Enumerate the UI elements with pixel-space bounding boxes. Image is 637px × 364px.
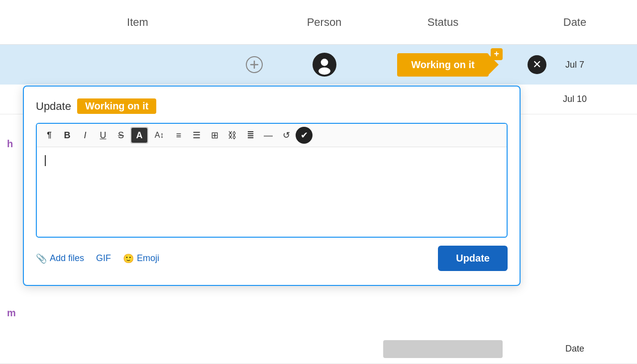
toolbar-underline[interactable]: U — [95, 127, 111, 144]
svg-point-5 — [318, 68, 330, 75]
emoji-button[interactable]: 🙂 Emoji — [123, 253, 159, 264]
toolbar-align[interactable]: ≣ — [242, 127, 259, 144]
active-row-item — [0, 54, 275, 76]
status-badge[interactable]: Working on it + — [397, 53, 488, 77]
header-person: Person — [275, 16, 373, 29]
close-button[interactable]: ✕ — [528, 55, 546, 74]
popup-status-tag: Working on it — [77, 98, 156, 114]
update-button[interactable]: Update — [438, 246, 508, 271]
toolbar-ordered-list[interactable]: ≡ — [170, 127, 187, 144]
editor-toolbar: ¶ B I U S A A↕ ≡ ☰ ⊞ ⛓ ≣ — ↺ ✔ — [37, 124, 507, 147]
update-label: Update — [36, 100, 71, 113]
toolbar-horizontal-rule[interactable]: — — [260, 127, 277, 144]
row2-date: Jul 10 — [513, 94, 637, 104]
toolbar-text-size[interactable]: A↕ — [149, 127, 169, 144]
toolbar-undo[interactable]: ↺ — [278, 127, 295, 144]
popup-header: Update Working on it — [36, 98, 508, 114]
table-row-bottom: Date — [0, 334, 637, 364]
bottom-status-placeholder — [383, 340, 503, 358]
header-status: Status — [373, 16, 513, 29]
left-label-m: m — [7, 307, 16, 319]
table-header: Item Person Status Date — [0, 0, 637, 45]
editor-container: ¶ B I U S A A↕ ≡ ☰ ⊞ ⛓ ≣ — ↺ ✔ — [36, 123, 508, 238]
add-files-button[interactable]: 📎 Add files — [36, 253, 84, 264]
toolbar-bold[interactable]: B — [59, 127, 76, 144]
toolbar-italic[interactable]: I — [77, 127, 94, 144]
left-label-h: h — [7, 138, 13, 150]
toolbar-link[interactable]: ⛓ — [224, 127, 241, 144]
update-popup: Update Working on it ¶ B I U S A A↕ ≡ ☰ … — [23, 86, 521, 286]
toolbar-check[interactable]: ✔ — [296, 127, 313, 144]
editor-area[interactable] — [37, 147, 507, 237]
active-row-person — [275, 53, 373, 77]
toolbar-text-color[interactable]: A — [130, 127, 148, 144]
toolbar-strikethrough[interactable]: S — [112, 127, 129, 144]
popup-actions-left: 📎 Add files GIF 🙂 Emoji — [36, 253, 159, 264]
header-item: Item — [0, 16, 275, 29]
header-date: Date — [513, 16, 637, 29]
row3-date: Date — [513, 344, 637, 354]
paperclip-icon: 📎 — [36, 253, 47, 264]
popup-actions: 📎 Add files GIF 🙂 Emoji Update — [36, 246, 508, 271]
text-cursor — [45, 155, 46, 166]
avatar — [313, 53, 336, 77]
plus-button[interactable]: + — [491, 48, 503, 60]
active-row-status[interactable]: Working on it + ✕ — [373, 53, 513, 77]
toolbar-unordered-list[interactable]: ☰ — [188, 127, 205, 144]
gif-button[interactable]: GIF — [96, 253, 111, 264]
active-row: Working on it + ✕ Jul 7 — [0, 45, 637, 85]
emoji-icon: 🙂 — [123, 253, 134, 264]
svg-point-4 — [320, 59, 328, 66]
comment-icon[interactable] — [243, 54, 265, 76]
toolbar-paragraph[interactable]: ¶ — [41, 127, 58, 144]
toolbar-table[interactable]: ⊞ — [206, 127, 223, 144]
